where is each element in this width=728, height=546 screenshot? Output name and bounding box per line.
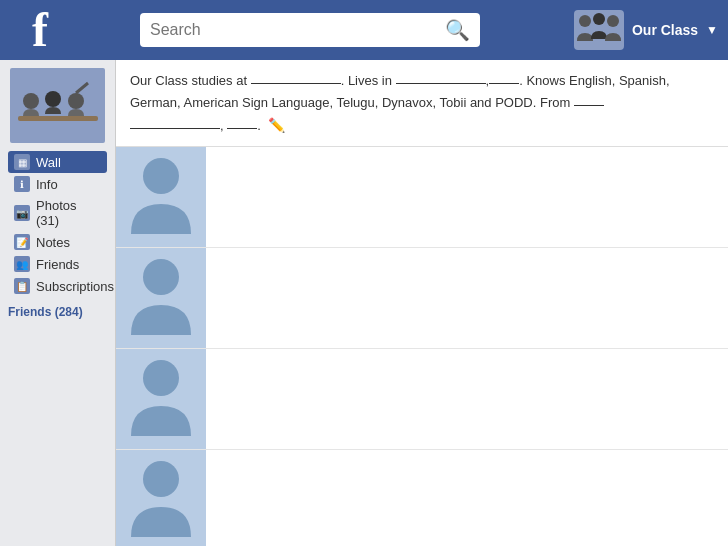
svg-point-4 — [23, 93, 39, 109]
sidebar-item-notes-label: Notes — [36, 235, 70, 250]
sidebar-profile-image — [10, 68, 105, 143]
friend-info-2 — [206, 288, 728, 308]
svg-line-7 — [76, 83, 88, 93]
from-blank1 — [574, 92, 604, 106]
sidebar-item-friends[interactable]: 👥 Friends — [8, 253, 107, 275]
svg-point-1 — [593, 13, 605, 25]
sidebar-item-subscriptions-label: Subscriptions — [36, 279, 114, 294]
svg-point-6 — [68, 93, 84, 109]
person-silhouette-icon — [126, 457, 196, 542]
search-input[interactable] — [150, 21, 445, 39]
info-icon: ℹ — [14, 176, 30, 192]
classroom-icon — [13, 71, 103, 141]
wall-icon: ▦ — [14, 154, 30, 170]
main-content: ▦ Wall ℹ Info 📷 Photos (31) 📝 Notes 👥 Fr… — [0, 60, 728, 546]
sidebar-item-subscriptions[interactable]: 📋 Subscriptions — [8, 275, 107, 297]
subscriptions-icon: 📋 — [14, 278, 30, 294]
svg-point-10 — [143, 360, 179, 396]
svg-rect-3 — [18, 116, 98, 121]
bio-text-2: German, American Sign Language, Telugu, … — [130, 95, 604, 110]
friend-info-1 — [206, 187, 728, 207]
from-blank2 — [130, 115, 220, 129]
friend-item — [116, 248, 728, 349]
profile-group-icon — [574, 10, 624, 50]
sidebar-item-wall[interactable]: ▦ Wall — [8, 151, 107, 173]
friend-avatar-2 — [116, 248, 206, 348]
sidebar-item-info-label: Info — [36, 177, 58, 192]
photos-icon: 📷 — [14, 205, 30, 221]
group-avatar-icon — [575, 11, 623, 49]
svg-point-0 — [579, 15, 591, 27]
friend-info-4 — [206, 490, 728, 510]
sidebar-nav: ▦ Wall ℹ Info 📷 Photos (31) 📝 Notes 👥 Fr… — [0, 151, 115, 297]
sidebar-item-info[interactable]: ℹ Info — [8, 173, 107, 195]
content-area: Our Class studies at . Lives in , . Know… — [115, 60, 728, 546]
study-blank — [251, 70, 341, 84]
bio-text-1: Our Class studies at . Lives in , . Know… — [130, 73, 670, 88]
edit-icon[interactable]: ✏️ — [268, 114, 285, 138]
person-silhouette-icon — [126, 154, 196, 239]
from-blank3 — [227, 115, 257, 129]
friends-icon: 👥 — [14, 256, 30, 272]
svg-point-11 — [143, 461, 179, 497]
search-icon[interactable]: 🔍 — [445, 18, 470, 42]
svg-point-8 — [143, 158, 179, 194]
top-bar: f 🔍 Our Class ▼ — [0, 0, 728, 60]
friends-list — [116, 147, 728, 546]
friend-item — [116, 450, 728, 546]
sidebar: ▦ Wall ℹ Info 📷 Photos (31) 📝 Notes 👥 Fr… — [0, 60, 115, 546]
profile-header: Our Class studies at . Lives in , . Know… — [116, 60, 728, 147]
svg-point-5 — [45, 91, 61, 107]
sidebar-item-photos[interactable]: 📷 Photos (31) — [8, 195, 107, 231]
lives-blank — [396, 70, 486, 84]
facebook-logo: f — [10, 0, 70, 60]
friend-item — [116, 147, 728, 248]
profile-area: Our Class ▼ — [574, 10, 718, 50]
profile-name-label: Our Class — [632, 22, 698, 38]
dropdown-arrow-icon[interactable]: ▼ — [706, 23, 718, 37]
friend-avatar-4 — [116, 450, 206, 546]
sidebar-item-photos-label: Photos (31) — [36, 198, 101, 228]
profile-bio: Our Class studies at . Lives in , . Know… — [130, 70, 714, 138]
notes-icon: 📝 — [14, 234, 30, 250]
friend-info-3 — [206, 389, 728, 409]
friend-item — [116, 349, 728, 450]
sidebar-item-wall-label: Wall — [36, 155, 61, 170]
person-silhouette-icon — [126, 255, 196, 340]
friend-avatar-3 — [116, 349, 206, 449]
sidebar-item-notes[interactable]: 📝 Notes — [8, 231, 107, 253]
svg-point-2 — [607, 15, 619, 27]
search-container: 🔍 — [140, 13, 480, 47]
friend-avatar-1 — [116, 147, 206, 247]
person-silhouette-icon — [126, 356, 196, 441]
bio-text-3: , . ✏️ — [130, 118, 285, 133]
sidebar-item-friends-label: Friends — [36, 257, 79, 272]
city-blank — [489, 70, 519, 84]
svg-point-9 — [143, 259, 179, 295]
friends-count-label: Friends (284) — [0, 297, 115, 322]
